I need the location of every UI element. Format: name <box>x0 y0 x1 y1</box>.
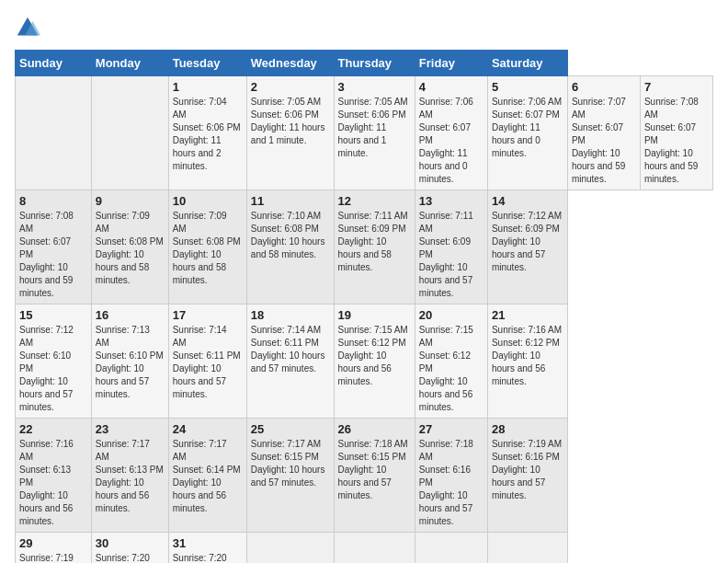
day-info: Sunrise: 7:20 AM Sunset: 6:17 PM Dayligh… <box>96 552 165 563</box>
day-number: 20 <box>419 308 483 322</box>
day-info: Sunrise: 7:04 AM Sunset: 6:06 PM Dayligh… <box>173 96 243 173</box>
day-number: 16 <box>96 308 165 322</box>
day-number: 30 <box>96 536 165 550</box>
calendar-cell: 23 Sunrise: 7:17 AM Sunset: 6:13 PM Dayl… <box>91 419 168 533</box>
calendar-cell: 18 Sunrise: 7:14 AM Sunset: 6:11 PM Dayl… <box>246 304 334 419</box>
day-number: 26 <box>338 422 411 436</box>
day-info: Sunrise: 7:06 AM Sunset: 6:07 PM Dayligh… <box>492 96 563 160</box>
calendar-cell: 21 Sunrise: 7:16 AM Sunset: 6:12 PM Dayl… <box>487 304 567 419</box>
calendar-week-row: 1 Sunrise: 7:04 AM Sunset: 6:06 PM Dayli… <box>16 76 713 190</box>
weekday-header-saturday: Saturday <box>487 51 567 76</box>
day-info: Sunrise: 7:20 AM Sunset: 6:18 PM Dayligh… <box>173 552 243 563</box>
day-number: 22 <box>19 422 87 436</box>
calendar-cell <box>91 76 168 190</box>
calendar-cell: 25 Sunrise: 7:17 AM Sunset: 6:15 PM Dayl… <box>246 419 334 533</box>
weekday-header-monday: Monday <box>91 51 168 76</box>
day-info: Sunrise: 7:14 AM Sunset: 6:11 PM Dayligh… <box>173 324 243 401</box>
calendar-cell <box>415 533 487 564</box>
calendar-cell: 1 Sunrise: 7:04 AM Sunset: 6:06 PM Dayli… <box>168 76 246 190</box>
day-info: Sunrise: 7:05 AM Sunset: 6:06 PM Dayligh… <box>251 96 330 147</box>
day-info: Sunrise: 7:17 AM Sunset: 6:14 PM Dayligh… <box>173 438 243 515</box>
weekday-header-thursday: Thursday <box>334 51 415 76</box>
calendar-cell: 6 Sunrise: 7:07 AM Sunset: 6:07 PM Dayli… <box>567 76 640 190</box>
calendar-cell: 11 Sunrise: 7:10 AM Sunset: 6:08 PM Dayl… <box>246 190 334 304</box>
day-number: 3 <box>338 80 411 94</box>
calendar-cell: 8 Sunrise: 7:08 AM Sunset: 6:07 PM Dayli… <box>16 190 92 304</box>
day-number: 21 <box>492 308 563 322</box>
weekday-header-friday: Friday <box>415 51 487 76</box>
calendar-cell <box>246 533 334 564</box>
day-info: Sunrise: 7:11 AM Sunset: 6:09 PM Dayligh… <box>338 210 411 274</box>
day-number: 29 <box>19 536 87 550</box>
day-number: 1 <box>173 80 243 94</box>
day-number: 17 <box>173 308 243 322</box>
day-number: 10 <box>173 194 243 208</box>
day-info: Sunrise: 7:08 AM Sunset: 6:07 PM Dayligh… <box>644 96 709 186</box>
calendar-cell: 10 Sunrise: 7:09 AM Sunset: 6:08 PM Dayl… <box>168 190 246 304</box>
day-info: Sunrise: 7:17 AM Sunset: 6:13 PM Dayligh… <box>96 438 165 515</box>
calendar-cell: 14 Sunrise: 7:12 AM Sunset: 6:09 PM Dayl… <box>487 190 567 304</box>
day-info: Sunrise: 7:09 AM Sunset: 6:08 PM Dayligh… <box>173 210 243 287</box>
calendar-cell: 27 Sunrise: 7:18 AM Sunset: 6:16 PM Dayl… <box>415 419 487 533</box>
day-info: Sunrise: 7:12 AM Sunset: 6:10 PM Dayligh… <box>19 324 87 414</box>
calendar-cell: 22 Sunrise: 7:16 AM Sunset: 6:13 PM Dayl… <box>16 419 92 533</box>
calendar-cell: 28 Sunrise: 7:19 AM Sunset: 6:16 PM Dayl… <box>487 419 567 533</box>
weekday-header-tuesday: Tuesday <box>168 51 246 76</box>
calendar-cell: 16 Sunrise: 7:13 AM Sunset: 6:10 PM Dayl… <box>91 304 168 419</box>
calendar-cell: 2 Sunrise: 7:05 AM Sunset: 6:06 PM Dayli… <box>246 76 334 190</box>
weekday-header-row: SundayMondayTuesdayWednesdayThursdayFrid… <box>16 51 713 76</box>
day-number: 8 <box>19 194 87 208</box>
day-number: 12 <box>338 194 411 208</box>
weekday-header-sunday: Sunday <box>16 51 92 76</box>
calendar-cell <box>16 76 92 190</box>
day-info: Sunrise: 7:17 AM Sunset: 6:15 PM Dayligh… <box>251 438 330 489</box>
calendar-cell <box>334 533 415 564</box>
day-info: Sunrise: 7:06 AM Sunset: 6:07 PM Dayligh… <box>419 96 483 186</box>
calendar-cell: 9 Sunrise: 7:09 AM Sunset: 6:08 PM Dayli… <box>91 190 168 304</box>
day-number: 14 <box>492 194 563 208</box>
calendar-cell <box>487 533 567 564</box>
day-number: 5 <box>492 80 563 94</box>
calendar-cell: 3 Sunrise: 7:05 AM Sunset: 6:06 PM Dayli… <box>334 76 415 190</box>
calendar-cell: 20 Sunrise: 7:15 AM Sunset: 6:12 PM Dayl… <box>415 304 487 419</box>
day-info: Sunrise: 7:16 AM Sunset: 6:12 PM Dayligh… <box>492 324 563 388</box>
calendar-table: SundayMondayTuesdayWednesdayThursdayFrid… <box>15 50 713 563</box>
day-number: 9 <box>96 194 165 208</box>
day-info: Sunrise: 7:08 AM Sunset: 6:07 PM Dayligh… <box>19 210 87 300</box>
weekday-header-wednesday: Wednesday <box>246 51 334 76</box>
day-info: Sunrise: 7:16 AM Sunset: 6:13 PM Dayligh… <box>19 438 87 528</box>
logo <box>15 15 44 40</box>
day-number: 27 <box>419 422 483 436</box>
calendar-cell: 12 Sunrise: 7:11 AM Sunset: 6:09 PM Dayl… <box>334 190 415 304</box>
day-number: 25 <box>251 422 330 436</box>
day-number: 7 <box>644 80 709 94</box>
day-number: 11 <box>251 194 330 208</box>
calendar-cell: 24 Sunrise: 7:17 AM Sunset: 6:14 PM Dayl… <box>168 419 246 533</box>
calendar-week-row: 22 Sunrise: 7:16 AM Sunset: 6:13 PM Dayl… <box>16 419 713 533</box>
day-number: 31 <box>173 536 243 550</box>
calendar-cell: 13 Sunrise: 7:11 AM Sunset: 6:09 PM Dayl… <box>415 190 487 304</box>
day-number: 15 <box>19 308 87 322</box>
day-info: Sunrise: 7:19 AM Sunset: 6:17 PM Dayligh… <box>19 552 87 563</box>
day-info: Sunrise: 7:10 AM Sunset: 6:08 PM Dayligh… <box>251 210 330 261</box>
day-info: Sunrise: 7:18 AM Sunset: 6:16 PM Dayligh… <box>419 438 483 528</box>
day-info: Sunrise: 7:15 AM Sunset: 6:12 PM Dayligh… <box>338 324 411 388</box>
day-info: Sunrise: 7:09 AM Sunset: 6:08 PM Dayligh… <box>96 210 165 287</box>
day-number: 13 <box>419 194 483 208</box>
calendar-cell: 17 Sunrise: 7:14 AM Sunset: 6:11 PM Dayl… <box>168 304 246 419</box>
day-info: Sunrise: 7:19 AM Sunset: 6:16 PM Dayligh… <box>492 438 563 502</box>
calendar-cell: 4 Sunrise: 7:06 AM Sunset: 6:07 PM Dayli… <box>415 76 487 190</box>
calendar-cell: 31 Sunrise: 7:20 AM Sunset: 6:18 PM Dayl… <box>168 533 246 564</box>
day-info: Sunrise: 7:05 AM Sunset: 6:06 PM Dayligh… <box>338 96 411 160</box>
day-info: Sunrise: 7:11 AM Sunset: 6:09 PM Dayligh… <box>419 210 483 300</box>
day-info: Sunrise: 7:07 AM Sunset: 6:07 PM Dayligh… <box>572 96 636 186</box>
calendar-cell: 30 Sunrise: 7:20 AM Sunset: 6:17 PM Dayl… <box>91 533 168 564</box>
day-number: 24 <box>173 422 243 436</box>
day-info: Sunrise: 7:15 AM Sunset: 6:12 PM Dayligh… <box>419 324 483 414</box>
day-info: Sunrise: 7:13 AM Sunset: 6:10 PM Dayligh… <box>96 324 165 401</box>
day-number: 6 <box>572 80 636 94</box>
calendar-cell: 29 Sunrise: 7:19 AM Sunset: 6:17 PM Dayl… <box>16 533 92 564</box>
day-number: 18 <box>251 308 330 322</box>
day-number: 4 <box>419 80 483 94</box>
day-number: 28 <box>492 422 563 436</box>
